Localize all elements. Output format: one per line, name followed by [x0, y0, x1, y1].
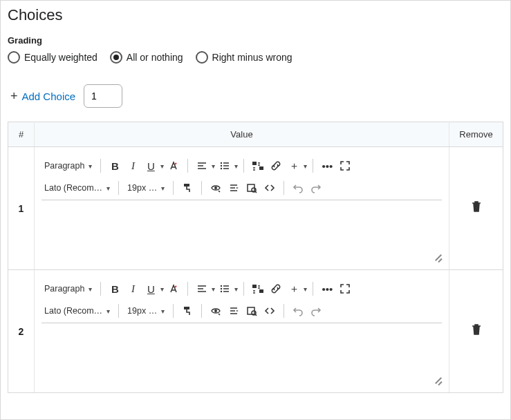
grading-radio-group: Equally weighted All or nothing Right mi…: [8, 51, 503, 64]
chevron-down-icon: ▾: [89, 162, 92, 170]
remove-choice-button[interactable]: [471, 202, 482, 216]
chevron-down-icon: ▾: [234, 162, 238, 170]
svg-point-9: [221, 285, 222, 287]
radio-icon: [8, 51, 20, 64]
trash-icon: [471, 323, 482, 336]
insert-stuff-button[interactable]: [250, 280, 266, 298]
editor-content[interactable]: [40, 200, 443, 262]
col-header-num: #: [8, 122, 35, 147]
more-button[interactable]: •••: [319, 157, 335, 175]
chevron-down-icon: ▾: [106, 307, 110, 315]
svg-point-11: [221, 291, 222, 292]
rte-toolbar-row2: Lato (Recom…▾ 19px …▾: [40, 299, 443, 321]
font-size-select[interactable]: 19px …▾: [124, 179, 167, 197]
chevron-down-icon: ▾: [106, 184, 110, 192]
chevron-down-icon: ▾: [160, 162, 164, 170]
redo-button[interactable]: [308, 302, 324, 320]
choices-table: # Value Remove 1 Paragraph▾ B I U▾: [8, 122, 503, 393]
add-choice-qty-input[interactable]: [84, 84, 122, 108]
radio-label: Right minus wrong: [212, 52, 292, 63]
svg-point-1: [221, 165, 222, 166]
svg-point-10: [221, 288, 222, 289]
equation-button[interactable]: [225, 179, 242, 197]
fullscreen-button[interactable]: [337, 157, 353, 175]
chevron-down-icon: ▾: [234, 285, 238, 293]
link-button[interactable]: [268, 280, 284, 298]
resize-handle[interactable]: [432, 374, 442, 384]
resize-handle[interactable]: [432, 251, 442, 261]
more-button[interactable]: •••: [319, 280, 335, 298]
chevron-down-icon: ▾: [212, 162, 215, 170]
accessibility-button[interactable]: [207, 302, 224, 320]
rich-text-editor: Paragraph▾ B I U▾ ▾ ▾ ＋▾: [40, 154, 443, 262]
text-color-button[interactable]: [165, 280, 182, 298]
radio-right-minus-wrong[interactable]: Right minus wrong: [196, 51, 292, 64]
format-painter-button[interactable]: [179, 302, 196, 320]
underline-button[interactable]: U: [142, 280, 159, 298]
grading-label: Grading: [8, 35, 503, 46]
svg-rect-4: [259, 166, 263, 170]
radio-icon: [196, 51, 208, 64]
svg-rect-12: [252, 285, 257, 288]
bold-button[interactable]: B: [106, 157, 123, 175]
bold-button[interactable]: B: [106, 280, 123, 298]
font-family-select[interactable]: Lato (Recom…▾: [41, 179, 113, 197]
block-format-select[interactable]: Paragraph▾: [41, 157, 95, 175]
choices-panel: Choices Grading Equally weighted All or …: [0, 0, 511, 420]
trash-icon: [471, 200, 482, 213]
add-choice-label: Add Choice: [22, 90, 76, 102]
align-button[interactable]: [194, 280, 210, 298]
rte-toolbar-row2: Lato (Recom…▾ 19px …▾: [40, 176, 443, 198]
italic-button[interactable]: I: [124, 280, 141, 298]
redo-button[interactable]: [308, 179, 324, 197]
chevron-down-icon: ▾: [161, 184, 165, 192]
text-color-button[interactable]: [165, 157, 182, 175]
format-painter-button[interactable]: [179, 179, 196, 197]
equation-button[interactable]: [225, 302, 242, 320]
list-button[interactable]: [216, 157, 233, 175]
remove-choice-button[interactable]: [471, 325, 482, 338]
insert-button[interactable]: ＋: [286, 157, 302, 175]
accessibility-button[interactable]: [207, 179, 224, 197]
svg-point-6: [214, 187, 217, 189]
radio-all-or-nothing[interactable]: All or nothing: [110, 51, 183, 64]
row-number: 1: [8, 147, 35, 270]
fullscreen-button[interactable]: [337, 280, 353, 298]
add-choice-button[interactable]: + Add Choice: [10, 90, 75, 102]
table-row: 1 Paragraph▾ B I U▾ ▾ ▾: [8, 147, 503, 270]
underline-button[interactable]: U: [142, 157, 159, 175]
svg-rect-5: [184, 184, 189, 187]
svg-point-2: [221, 168, 222, 169]
preview-button[interactable]: [243, 302, 260, 320]
block-format-select[interactable]: Paragraph▾: [41, 280, 95, 298]
col-header-value: Value: [35, 122, 449, 147]
radio-equally-weighted[interactable]: Equally weighted: [8, 51, 97, 64]
editor-content[interactable]: [40, 323, 443, 385]
chevron-down-icon: ▾: [304, 285, 307, 293]
plus-icon: +: [10, 90, 18, 102]
chevron-down-icon: ▾: [89, 285, 92, 293]
radio-icon: [110, 51, 122, 64]
font-family-select[interactable]: Lato (Recom…▾: [41, 302, 113, 320]
radio-label: Equally weighted: [24, 52, 97, 63]
undo-button[interactable]: [290, 302, 306, 320]
svg-rect-3: [252, 162, 257, 165]
undo-button[interactable]: [290, 179, 306, 197]
chevron-down-icon: ▾: [160, 285, 164, 293]
source-code-button[interactable]: [261, 179, 278, 197]
insert-stuff-button[interactable]: [250, 157, 266, 175]
italic-button[interactable]: I: [124, 157, 141, 175]
svg-rect-14: [184, 307, 189, 309]
chevron-down-icon: ▾: [161, 307, 165, 315]
preview-button[interactable]: [243, 179, 260, 197]
insert-button[interactable]: ＋: [286, 280, 302, 298]
svg-point-0: [221, 162, 222, 164]
font-size-select[interactable]: 19px …▾: [124, 302, 167, 320]
chevron-down-icon: ▾: [304, 162, 307, 170]
link-button[interactable]: [268, 157, 284, 175]
source-code-button[interactable]: [261, 302, 278, 320]
chevron-down-icon: ▾: [212, 285, 215, 293]
list-button[interactable]: [216, 280, 233, 298]
align-button[interactable]: [194, 157, 210, 175]
rich-text-editor: Paragraph▾ B I U▾ ▾ ▾ ＋▾: [40, 277, 443, 385]
